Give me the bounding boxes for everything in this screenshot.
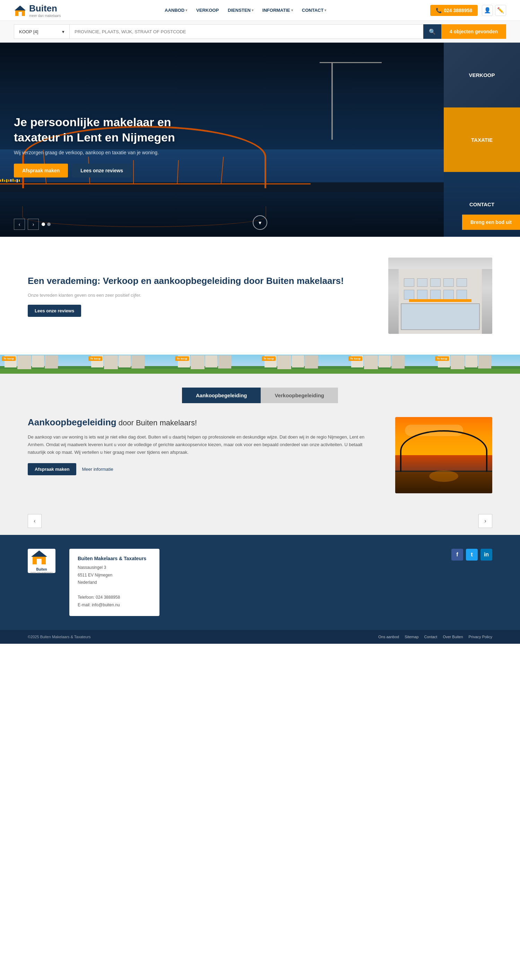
footer-social: f t in — [452, 549, 492, 560]
dropdown-chevron-icon: ▾ — [62, 29, 65, 34]
header-right: 📞 024 3888958 👤 ✏️ — [430, 5, 506, 16]
logo-text: Buiten — [29, 3, 57, 14]
tab-title: Aankoopbegeleiding door Buiten makelaars… — [28, 417, 374, 428]
footer-address: Nassausingel 3 6511 EV Nijmegen Nederlan… — [78, 564, 151, 609]
slide-dots — [41, 223, 51, 226]
tab-body: De aankoop van uw woning is iets wat je … — [28, 433, 374, 456]
nav-link-diensten[interactable]: DIENSTEN ▾ — [224, 6, 257, 15]
intro-reviews-button[interactable]: Lees onze reviews — [28, 305, 81, 317]
hero-content: Je persoonlijke makelaar en taxateur in … — [14, 115, 194, 178]
footer-link-aanbod[interactable]: Ons aanbod — [378, 635, 399, 639]
panel-taxatie[interactable]: TAXATIE — [444, 107, 520, 172]
results-button[interactable]: 4 objecten gevonden — [441, 24, 506, 39]
svg-marker-4 — [31, 550, 47, 557]
logo-sub: meer dan makelaars — [29, 14, 60, 18]
breng-bod-button[interactable]: Breng een bod uit — [462, 215, 520, 230]
tab-verkoopbegeleiding[interactable]: Verkoopbegeleiding — [261, 388, 338, 403]
footer-link-sitemap[interactable]: Sitemap — [405, 635, 418, 639]
nav-item-verkoop[interactable]: VERKOOP — [193, 6, 222, 15]
nav-link-contact[interactable]: CONTACT ▾ — [299, 6, 330, 15]
chevron-down-icon: ▾ — [291, 8, 293, 12]
nav-item-contact[interactable]: CONTACT ▾ — [299, 6, 330, 15]
intro-title: Een verademing: Verkoop en aankoopbegele… — [28, 275, 367, 287]
search-icon: 🔍 — [429, 29, 436, 35]
pagination-area: ‹ › — [0, 507, 520, 535]
hero-scroll-area: ▾ — [253, 215, 267, 230]
slide-dot-2[interactable] — [47, 223, 51, 226]
afspraak-maken-button[interactable]: Afspraak maken — [14, 164, 68, 178]
listing-card[interactable]: Te koop Prachtig gelegen recent gebouwde… — [87, 355, 173, 374]
nav-link-informatie[interactable]: INFORMATIE ▾ — [259, 6, 296, 15]
prev-page-button[interactable]: ‹ — [28, 514, 41, 528]
listing-card[interactable]: Te koop Prachtig gelegen recent gebouwde… — [0, 355, 87, 374]
phone-button[interactable]: 📞 024 3888958 — [430, 5, 478, 16]
chevron-down-icon: ▾ — [186, 8, 187, 12]
tabs-section: Aankoopbegeleiding Verkoopbegeleiding Aa… — [0, 374, 520, 507]
tabs-header: Aankoopbegeleiding Verkoopbegeleiding — [28, 388, 492, 403]
listing-card[interactable]: Te koop Prachtig gelegen recent gebouwde… — [347, 355, 433, 374]
nav-link-verkoop[interactable]: VERKOOP — [193, 6, 222, 15]
search-type-dropdown[interactable]: KOOP [4] ▾ — [14, 24, 69, 39]
logo-icon — [14, 4, 26, 17]
nav-link-aanbod[interactable]: AANBOD ▾ — [161, 6, 191, 15]
facebook-icon[interactable]: f — [452, 549, 463, 560]
nav-item-informatie[interactable]: INFORMATIE ▾ — [259, 6, 296, 15]
listing-card[interactable]: Te koop Prachtig gelegen recent gebouwde… — [173, 355, 260, 374]
nav-item-diensten[interactable]: DIENSTEN ▾ — [224, 6, 257, 15]
footer-link-contact[interactable]: Contact — [424, 635, 437, 639]
main-nav: AANBOD ▾ VERKOOP DIENSTEN ▾ INFORMATIE ▾ — [161, 6, 330, 15]
footer: Buiten meer dan makelaars Buiten Makelaa… — [0, 535, 520, 630]
tab-content: Aankoopbegeleiding door Buiten makelaars… — [28, 417, 492, 493]
linkedin-icon[interactable]: in — [480, 549, 492, 560]
panel-verkoop[interactable]: VERKOOP — [444, 43, 520, 107]
tab-text-area: Aankoopbegeleiding door Buiten makelaars… — [28, 417, 374, 475]
slide-dot-1[interactable] — [41, 223, 45, 226]
svg-rect-2 — [18, 12, 22, 16]
nav-item-aanbod[interactable]: AANBOD ▾ — [161, 6, 191, 15]
chevron-down-icon: ▾ — [259, 220, 261, 226]
tab-afspraak-button[interactable]: Afspraak maken — [28, 463, 76, 475]
footer-company-name: Buiten Makelaars & Taxateurs — [78, 556, 151, 561]
scroll-down-button[interactable]: ▾ — [253, 215, 267, 230]
footer-logo-box: Buiten meer dan makelaars — [28, 549, 56, 573]
nav-menu: AANBOD ▾ VERKOOP DIENSTEN ▾ INFORMATIE ▾ — [161, 6, 330, 15]
listing-card[interactable]: Te koop Prachtig gelegen recent gebouwde… — [433, 355, 520, 374]
meer-info-link[interactable]: Meer informatie — [82, 466, 113, 472]
listing-card[interactable]: Te koop Prachtig gelegen recent gebouwde… — [260, 355, 347, 374]
user-icon[interactable]: 👤 — [482, 5, 493, 16]
next-slide-button[interactable]: › — [28, 219, 39, 230]
svg-marker-1 — [14, 6, 25, 10]
header: Buiten meer dan makelaars AANBOD ▾ VERKO… — [0, 0, 520, 21]
svg-rect-5 — [37, 559, 41, 564]
listing-strip: Te koop Prachtig gelegen recent gebouwde… — [0, 355, 520, 374]
hero-section: Je persoonlijke makelaar en taxateur in … — [0, 43, 520, 237]
logo-area[interactable]: Buiten meer dan makelaars — [14, 3, 60, 18]
footer-bottom-links: Ons aanbod Sitemap Contact Over Buiten P… — [378, 635, 492, 639]
hero-nav: ‹ › — [14, 219, 51, 230]
twitter-icon[interactable]: t — [466, 549, 478, 560]
intro-section: Een verademing: Verkoop en aankoopbegele… — [0, 237, 520, 355]
footer-logo-icon — [30, 549, 48, 566]
footer-link-privacy[interactable]: Privacy Policy — [469, 635, 492, 639]
hero-subtitle: Wij verzorgen graag de verkoop, aankoop … — [14, 150, 194, 155]
tab-buttons: Afspraak maken Meer informatie — [28, 463, 374, 475]
next-page-button[interactable]: › — [479, 514, 492, 528]
intro-text: Een verademing: Verkoop en aankoopbegele… — [28, 275, 367, 317]
edit-icon[interactable]: ✏️ — [495, 5, 506, 16]
chevron-down-icon: ▾ — [252, 8, 253, 12]
tab-aankoopbegeleiding[interactable]: Aankoopbegeleiding — [182, 388, 261, 403]
phone-number: 024 3888958 — [444, 8, 472, 13]
phone-icon: 📞 — [436, 8, 442, 13]
prev-slide-button[interactable]: ‹ — [14, 219, 25, 230]
hero-title-highlight: persoonlijke — [30, 115, 100, 129]
footer-contact-card: Buiten Makelaars & Taxateurs Nassausinge… — [69, 549, 159, 616]
search-button[interactable]: 🔍 — [423, 24, 441, 39]
footer-link-over-buiten[interactable]: Over Buiten — [443, 635, 463, 639]
tab-bridge-image — [395, 417, 492, 493]
hero-right-panels: VERKOOP TAXATIE CONTACT — [444, 43, 520, 237]
search-type-label: KOOP [4] — [19, 29, 38, 34]
search-input[interactable] — [69, 24, 423, 39]
copyright-text: ©2025 Buiten Makelaars & Taxateurs — [28, 635, 91, 639]
lees-reviews-button[interactable]: Lees onze reviews — [72, 164, 131, 178]
chevron-down-icon: ▾ — [324, 8, 326, 12]
